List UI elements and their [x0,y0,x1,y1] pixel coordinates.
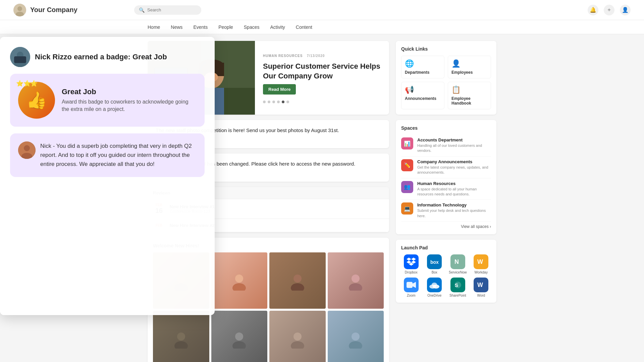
dot-3[interactable] [272,101,275,103]
launchpad-grid: Dropbox box Box N ServiceNow W [401,254,491,297]
dropbox-icon [404,254,419,269]
announcements-space-name: Company Announcements [417,159,491,164]
main-nav: Home News Events People Spaces Activity … [0,20,644,34]
app-onedrive[interactable]: OneDrive [425,278,445,297]
onedrive-icon [427,278,442,292]
employees-label: Employees [451,70,473,75]
app-sharepoint[interactable]: S SharePoint [448,278,468,297]
nav-events[interactable]: Events [193,21,208,33]
hr-text: Human Resources A space dedicated to all… [417,181,491,197]
app-workday[interactable]: W Workday [471,254,491,274]
spaces-title: Spaces [401,125,491,131]
nav-spaces[interactable]: Spaces [244,21,260,33]
dot-2[interactable] [268,101,270,103]
nav-content[interactable]: Content [296,21,312,33]
add-icon[interactable]: ＋ [604,5,614,15]
hire-photo-5 [153,311,209,362]
badge-user-row: Nick Rizzo earned a badge: Great Job [10,47,205,67]
announcements-label: Announcements [405,96,436,101]
departments-icon: 🌐 [405,59,414,68]
hr-name: Human Resources [417,181,491,186]
nav-home[interactable]: Home [148,21,160,33]
space-announcements[interactable]: ✏️ Company Announcements Get the latest … [401,157,491,178]
svg-point-34 [291,341,304,349]
launchpad-card: Launch Pad Dropbox box Box N [396,240,496,303]
carousel-dots [263,101,381,103]
hire-photo-8 [328,311,384,362]
svg-text:S: S [455,282,458,288]
badge-sender-avatar [18,141,36,159]
space-it[interactable]: 💻 Information Technology Submit your hel… [401,200,491,222]
view-all-spaces[interactable]: View all spaces › [401,224,491,229]
app-dropbox[interactable]: Dropbox [401,254,421,274]
svg-point-8 [24,145,30,151]
employees-icon: 👤 [451,59,461,68]
svg-point-29 [177,333,185,341]
box-label: Box [432,270,437,274]
space-accounts[interactable]: 📊 Accounts Department Handling all of ou… [401,135,491,157]
nav-activity[interactable]: Activity [270,21,285,33]
badge-message-row: Nick - You did a superb job completing t… [18,141,197,169]
svg-point-1 [17,6,22,11]
app-box[interactable]: box Box [425,254,445,274]
svg-text:box: box [430,259,439,265]
svg-point-26 [291,283,304,291]
quick-link-employees[interactable]: 👤 Employees [448,56,491,78]
search-bar[interactable]: 🔍 [134,5,201,15]
nav-people[interactable]: People [218,21,233,33]
zoom-icon [404,278,419,292]
quick-link-departments[interactable]: 🌐 Departments [401,56,444,78]
it-icon: 💻 [401,202,413,215]
quick-links-card: Quick Links 🌐 Departments 👤 Employees 📢 … [396,41,496,115]
svg-rect-6 [14,56,26,63]
nav-news[interactable]: News [171,21,182,33]
badge-user-avatar [10,47,30,67]
topbar-left: Your Company [13,4,134,16]
accounts-desc: Handling all of our loved customers and … [417,143,491,154]
svg-point-44 [432,283,437,287]
topbar-right: 🔔 ＋ 👤 [588,5,631,15]
svg-point-28 [349,283,362,291]
hr-icon: 👥 [401,181,413,193]
hire-photo-7 [269,311,326,362]
svg-text:W: W [477,282,483,288]
app-word[interactable]: W Word [471,278,491,297]
right-sidebar: Quick Links 🌐 Departments 👤 Employees 📢 … [396,41,496,362]
accounts-name: Accounts Department [417,137,491,142]
sharepoint-label: SharePoint [449,294,466,297]
company-name: Your Company [30,6,77,14]
hero-text: HUMAN RESOURCES 7/13/2020 Superior Custo… [255,41,389,115]
search-input[interactable] [147,7,194,12]
dot-6[interactable] [286,101,289,103]
quick-links-title: Quick Links [401,46,491,52]
badge-message-card: Nick - You did a superb job completing t… [10,133,205,177]
dot-5[interactable] [282,101,284,103]
topbar: Your Company 🔍 🔔 ＋ 👤 [0,0,644,20]
handbook-label: Employee Handbook [451,96,487,106]
svg-text:N: N [454,258,459,265]
read-more-button[interactable]: Read More [263,84,296,95]
svg-marker-41 [413,282,416,288]
dot-4[interactable] [277,101,280,103]
notification-icon[interactable]: 🔔 [588,5,598,15]
svg-point-31 [235,333,243,341]
announcements-space-desc: Get the latest company news, updates, an… [417,165,491,175]
user-icon[interactable]: 👤 [620,5,631,15]
handbook-icon: 📋 [451,85,461,94]
svg-point-36 [349,341,362,349]
search-icon: 🔍 [139,7,145,13]
space-hr[interactable]: 👥 Human Resources A space dedicated to a… [401,178,491,200]
servicenow-icon: N [450,254,465,269]
departments-label: Departments [405,70,429,75]
hero-category: HUMAN RESOURCES [263,54,303,58]
dot-1[interactable] [263,101,266,103]
workday-icon: W [474,254,488,269]
app-servicenow[interactable]: N ServiceNow [448,254,468,274]
quick-link-announcements[interactable]: 📢 Announcements [401,82,444,109]
badge-icon: 👍 ⭐ ⭐ ⭐ [18,82,55,119]
quick-link-handbook[interactable]: 📋 Employee Handbook [448,82,491,109]
it-name: Information Technology [417,202,491,207]
servicenow-label: ServiceNow [449,270,467,274]
app-zoom[interactable]: Zoom [401,278,421,297]
badge-description: Award this badge to coworkers to acknowl… [62,98,197,113]
